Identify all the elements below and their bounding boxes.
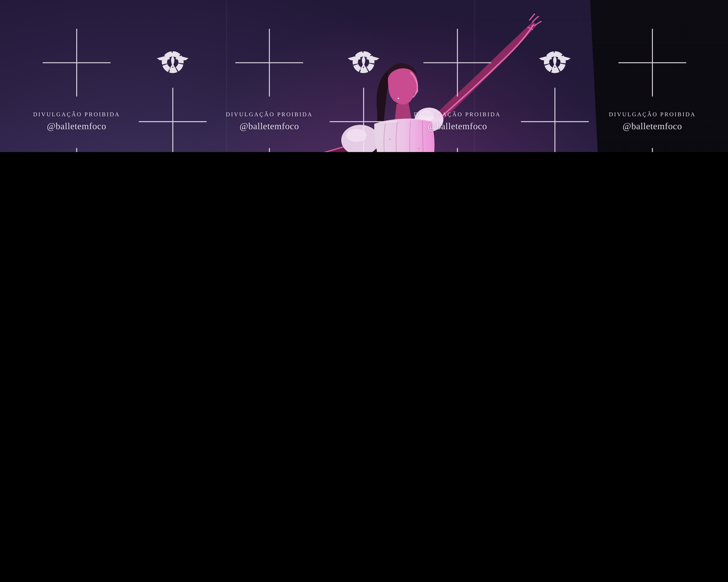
watermark-handle: @balletemfoco — [609, 120, 696, 132]
registration-cross-icon — [423, 29, 491, 96]
watermark-notice: DIVULGAÇÃO PROIBIDA — [609, 111, 696, 118]
watermark-notice: DIVULGAÇÃO PROIBIDA — [226, 111, 313, 118]
registration-cross-icon — [235, 148, 303, 152]
watermark-text: DIVULGAÇÃO PROIBIDA@balletemfoco — [414, 111, 501, 132]
registration-cross-icon — [43, 29, 110, 96]
registration-cross-icon — [139, 88, 207, 152]
watermark-text: DIVULGAÇÃO PROIBIDA@balletemfoco — [226, 111, 313, 132]
earring — [398, 98, 399, 99]
balletemfoco-logo-icon — [538, 48, 572, 77]
watermark-notice: DIVULGAÇÃO PROIBIDA — [33, 111, 120, 118]
registration-cross-icon — [43, 148, 110, 152]
balletemfoco-logo-icon — [156, 48, 189, 77]
watermark-notice: DIVULGAÇÃO PROIBIDA — [414, 111, 501, 118]
balletemfoco-logo-icon — [347, 48, 380, 77]
watermark-handle: @balletemfoco — [33, 120, 120, 132]
registration-cross-icon — [330, 88, 397, 152]
watermark-text: DIVULGAÇÃO PROIBIDA@balletemfoco — [609, 111, 696, 132]
watermark-handle: @balletemfoco — [226, 120, 313, 132]
registration-cross-icon — [235, 29, 303, 96]
watermark-text: DIVULGAÇÃO PROIBIDA@balletemfoco — [33, 111, 120, 132]
registration-cross-icon — [618, 29, 686, 96]
stage-photo: DIVULGAÇÃO PROIBIDA@balletemfoco DIVULGA… — [0, 0, 728, 152]
watermark-handle: @balletemfoco — [414, 120, 501, 132]
registration-cross-icon — [423, 148, 491, 152]
registration-cross-icon — [618, 148, 686, 152]
registration-cross-icon — [521, 88, 589, 152]
